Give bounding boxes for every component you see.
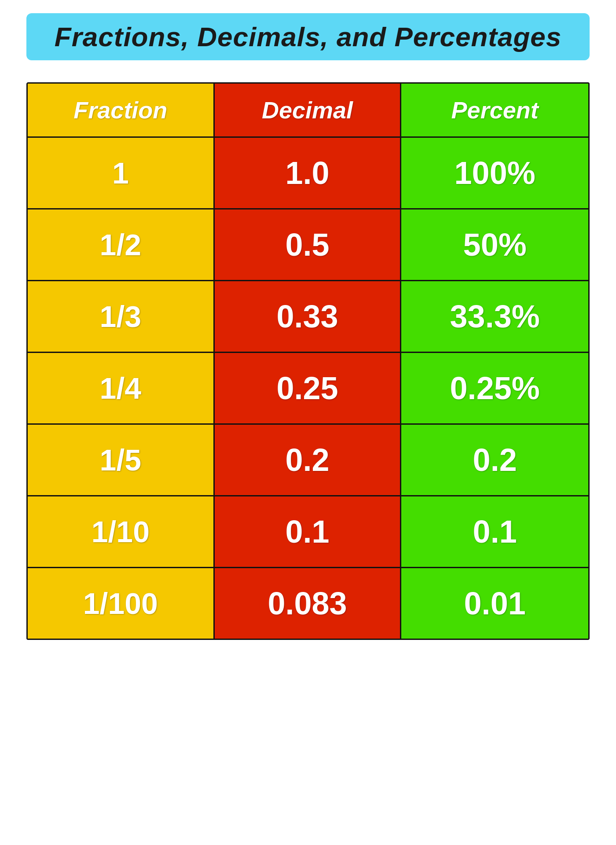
table-row: 1/4 0.25 0.25% (28, 353, 588, 425)
cell-percent-1: 100% (401, 138, 588, 208)
cell-decimal-2: 0.5 (215, 209, 402, 280)
cell-percent-4: 0.25% (401, 353, 588, 423)
cell-decimal-1: 1.0 (215, 138, 402, 208)
cell-percent-2: 50% (401, 209, 588, 280)
cell-decimal-7: 0.083 (215, 568, 402, 639)
cell-decimal-6: 0.1 (215, 496, 402, 567)
cell-fraction-4: 1/4 (28, 353, 215, 423)
cell-fraction-3: 1/3 (28, 281, 215, 352)
table-row: 1/2 0.5 50% (28, 209, 588, 281)
header-percent: Percent (401, 84, 588, 136)
cell-percent-5: 0.2 (401, 425, 588, 495)
table-row: 1/100 0.083 0.01 (28, 568, 588, 639)
cell-percent-6: 0.1 (401, 496, 588, 567)
cell-fraction-6: 1/10 (28, 496, 215, 567)
page-title: Fractions, Decimals, and Percentages (26, 13, 590, 60)
table-header-row: Fraction Decimal Percent (28, 84, 588, 138)
table-row: 1/3 0.33 33.3% (28, 281, 588, 353)
table-row: 1 1.0 100% (28, 138, 588, 209)
table-row: 1/10 0.1 0.1 (28, 496, 588, 568)
header-decimal: Decimal (215, 84, 402, 136)
cell-decimal-4: 0.25 (215, 353, 402, 423)
header-fraction: Fraction (28, 84, 215, 136)
cell-decimal-5: 0.2 (215, 425, 402, 495)
main-table: Fraction Decimal Percent 1 1.0 100% 1/2 … (26, 82, 590, 640)
cell-fraction-2: 1/2 (28, 209, 215, 280)
cell-fraction-1: 1 (28, 138, 215, 208)
cell-percent-7: 0.01 (401, 568, 588, 639)
cell-decimal-3: 0.33 (215, 281, 402, 352)
table-row: 1/5 0.2 0.2 (28, 425, 588, 496)
cell-fraction-7: 1/100 (28, 568, 215, 639)
cell-fraction-5: 1/5 (28, 425, 215, 495)
cell-percent-3: 33.3% (401, 281, 588, 352)
